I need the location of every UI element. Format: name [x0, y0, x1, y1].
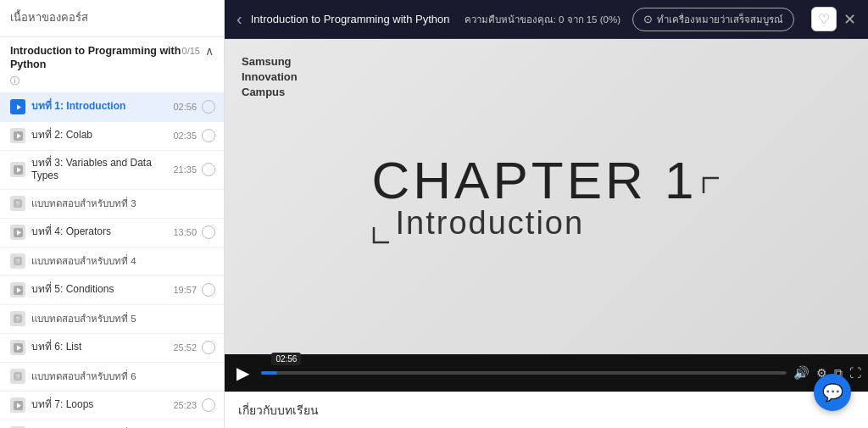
sidebar-item-label: บทที่ 5: Conditions	[31, 283, 173, 297]
sidebar-item-lesson2[interactable]: บทที่ 2: Colab02:35	[0, 122, 224, 151]
video-icon	[10, 128, 25, 143]
sidebar: เนื้อหาของคอร์ส Introduction to Programm…	[0, 0, 225, 428]
item-check-circle	[202, 100, 215, 114]
sidebar-item-quiz4[interactable]: ?แบบทดสอบสำหรับบทที่ 4	[0, 247, 224, 276]
item-check-circle	[202, 283, 215, 297]
chat-bubble[interactable]: 💬	[814, 374, 851, 411]
time-display: 02:56	[271, 353, 301, 365]
sidebar-item-label: บทที่ 6: List	[31, 341, 173, 354]
topbar-progress: ความคืบหน้าของคุณ: 0 จาก 15 (0%)	[465, 12, 620, 27]
topbar-title: Introduction to Programming with Python	[251, 13, 465, 25]
sidebar-item-lesson6[interactable]: บทที่ 6: List25:52	[0, 334, 224, 363]
item-check-circle	[202, 163, 215, 176]
item-duration: 21:35	[173, 164, 197, 175]
course-title: Introduction to Programming with Python	[10, 44, 182, 72]
sidebar-item-quiz6[interactable]: ?แบบทดสอบสำหรับบทที่ 6	[0, 363, 224, 392]
video-icon	[10, 397, 25, 413]
main-content: ‹ Introduction to Programming with Pytho…	[225, 0, 868, 428]
sidebar-item-label: บทที่ 3: Variables and Data Types	[31, 157, 173, 183]
course-progress-text: 0/15	[182, 46, 200, 56]
item-duration: 25:23	[173, 400, 197, 410]
volume-button[interactable]: 🔊	[793, 365, 810, 381]
sidebar-item-quiz5[interactable]: ?แบบทดสอบสำหรับบทที่ 5	[0, 305, 224, 334]
item-duration: 02:35	[173, 131, 197, 141]
course-chevron-icon[interactable]: ∧	[205, 44, 214, 58]
sidebar-item-lesson4[interactable]: บทที่ 4: Operators13:50	[0, 219, 224, 247]
item-duration: 19:57	[173, 285, 197, 295]
course-title-section: Introduction to Programming with Python …	[0, 37, 224, 93]
video-area: Samsung Innovation Campus CHAPTER 1 Intr…	[225, 39, 868, 354]
sidebar-item-quiz7[interactable]: ?แบบทดสอบสำหรับบทที่ 7	[0, 420, 224, 428]
sidebar-item-label: บทที่ 2: Colab	[31, 129, 173, 142]
samsung-logo: Samsung Innovation Campus	[242, 54, 298, 101]
item-check-circle	[202, 225, 215, 239]
sidebar-item-label: แบบทดสอบสำหรับบทที่ 6	[31, 370, 215, 383]
course-info-icon: ⓘ	[10, 75, 19, 87]
progress-bar-fill	[261, 371, 277, 375]
mark-complete-button[interactable]: ⊙ ทำเครื่องหมายว่าเสร็จสมบูรณ์	[632, 8, 794, 31]
video-icon	[10, 162, 25, 177]
item-check-circle	[202, 129, 215, 142]
progress-bar[interactable]: 02:56	[261, 371, 787, 375]
below-video: เกี่ยวกับบทเรียน	[225, 392, 868, 428]
topbar: ‹ Introduction to Programming with Pytho…	[225, 0, 868, 39]
item-check-circle	[202, 398, 215, 412]
sidebar-list: บทที่ 1: Introduction02:56บทที่ 2: Colab…	[0, 93, 224, 429]
sidebar-item-label: แบบทดสอบสำหรับบทที่ 4	[31, 255, 215, 268]
item-duration: 13:50	[173, 227, 197, 237]
play-button[interactable]: ▶	[231, 361, 254, 385]
chapter-number-text: CHAPTER 1	[372, 154, 698, 207]
sidebar-item-label: บทที่ 7: Loops	[31, 398, 173, 412]
quiz-icon: ?	[10, 196, 25, 211]
video-icon	[10, 99, 25, 114]
sidebar-header: เนื้อหาของคอร์ส	[0, 0, 224, 37]
chapter-corner-bl-icon	[372, 225, 391, 247]
chapter-corner-tl-icon	[702, 176, 721, 198]
sidebar-search-label: เนื้อหาของคอร์ส	[10, 8, 214, 26]
sidebar-item-label: บทที่ 1: Introduction	[31, 100, 173, 114]
svg-text:?: ?	[16, 373, 20, 381]
chapter-row: CHAPTER 1	[372, 154, 721, 207]
video-icon	[10, 340, 25, 355]
svg-text:?: ?	[16, 200, 20, 208]
item-duration: 25:52	[173, 342, 197, 353]
sidebar-item-lesson7[interactable]: บทที่ 7: Loops25:23	[0, 392, 224, 420]
chapter-display: CHAPTER 1 Introduction	[372, 154, 721, 239]
mark-complete-label: ทำเครื่องหมายว่าเสร็จสมบูรณ์	[657, 12, 783, 27]
favorite-button[interactable]: ♡	[811, 7, 837, 31]
check-circle-icon: ⊙	[643, 13, 653, 25]
sidebar-item-label: แบบทดสอบสำหรับบทที่ 5	[31, 313, 215, 325]
video-controls: ▶ 02:56 🔊 ⚙ ⧉ ⛶	[225, 354, 868, 392]
video-icon	[10, 282, 25, 297]
fullscreen-button[interactable]: ⛶	[849, 366, 861, 380]
item-check-circle	[202, 341, 215, 354]
sidebar-item-label: บทที่ 4: Operators	[31, 225, 173, 239]
quiz-icon: ?	[10, 311, 25, 326]
chat-icon: 💬	[822, 382, 843, 403]
sidebar-item-lesson1[interactable]: บทที่ 1: Introduction02:56	[0, 93, 224, 122]
svg-text:?: ?	[16, 315, 20, 323]
quiz-icon: ?	[10, 253, 25, 269]
close-button[interactable]: ✕	[843, 10, 856, 29]
back-button[interactable]: ‹	[236, 9, 242, 29]
heart-icon: ♡	[818, 12, 830, 26]
sidebar-item-label: แบบทดสอบสำหรับบทที่ 3	[31, 197, 215, 210]
item-duration: 02:56	[173, 102, 197, 112]
sidebar-item-quiz3[interactable]: ?แบบทดสอบสำหรับบทที่ 3	[0, 190, 224, 219]
svg-text:?: ?	[16, 258, 20, 265]
below-video-title: เกี่ยวกับบทเรียน	[238, 403, 319, 417]
sidebar-item-lesson3[interactable]: บทที่ 3: Variables and Data Types21:35	[0, 151, 224, 190]
quiz-icon: ?	[10, 369, 25, 384]
chapter-subtitle-text: Introduction	[396, 207, 585, 239]
video-icon	[10, 225, 25, 240]
sidebar-item-lesson5[interactable]: บทที่ 5: Conditions19:57	[0, 276, 224, 305]
